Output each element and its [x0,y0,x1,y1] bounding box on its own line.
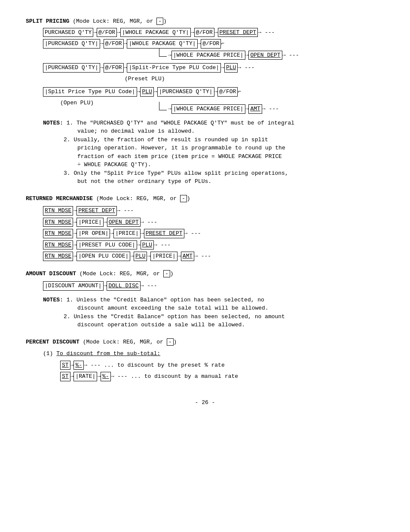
amount-discount-section: AMOUNT DISCOUNT (Mode Lock: REG, MGR, or… [26,270,384,329]
pd-title-text: PERCENT DISCOUNT [26,339,80,345]
page-number: - 26 - [26,398,384,407]
note-1-num: 1. [67,120,76,126]
arr1: → [93,28,97,37]
arr: → [73,241,76,249]
arr: → [100,40,104,48]
purchased-qty-3: |PURCHASED Q'TY| [43,63,100,73]
pr-open: |PR OPEN| [76,229,110,238]
arr: → [141,229,144,238]
arr: → [100,64,104,72]
note-3-num: 3. [64,170,73,176]
rtn-mdse-1: RTN MDSE [43,206,73,216]
arr: → --- [154,241,171,249]
pd-line-2: ST → |RATE| → %- → --- ... to discount b… [60,372,384,381]
rtn-line-5: RTN MDSE → |OPEN PLU CODE| → PLU → |PRIC… [43,252,384,261]
whole-pkg-qty-1: |WHOLE PACKAGE Q'TY| [120,28,191,37]
open-dept-2: OPEN DEPT [107,218,141,227]
rtn-mdse-2: RTN MDSE [43,218,73,227]
arr: → [73,229,76,238]
price-1: |PRICE| [76,218,104,227]
arr: → [168,51,171,60]
arr: → [137,241,141,249]
arr: → [124,64,127,72]
arr: → [130,252,134,261]
arr: → [124,40,127,48]
branch-container-2: → |WHOLE PACKAGE PRICE| → AMT → --- [159,104,384,114]
note-1-cont: value; no decimal value is allowed. [77,128,195,134]
split-line-2: |PURCHASED Q'TY| → @/FOR → |WHOLE PACKAG… [43,39,384,49]
split-line-6: → |WHOLE PACKAGE PRICE| → AMT → --- [168,104,279,114]
amt-box-2: AMT [181,252,194,261]
split-line-5: |Split Price Type PLU Code| → PLU → |PUR… [43,87,384,97]
ad-note-2-text: Unless the "Credit Balance" option has b… [73,313,285,320]
arr: → [73,252,76,261]
arr: → --- [141,218,157,227]
ad-note-2-cont: discount operation outside a sale will b… [77,322,245,328]
ad-note-1-text: Unless the "Credit Balance" option has b… [76,297,264,303]
arr: → --- [194,252,211,261]
split-plu-code-1: |Split-Price Type PLU Code| [127,63,221,73]
note-2-cont2: fraction of each item price (item price … [77,153,282,160]
rtn-mdse-3: RTN MDSE [43,229,73,238]
note-3-cont: but not the other ordinary type of PLUs. [77,178,211,185]
amt-box-1: AMT [248,104,262,114]
pd-line-1: ST → %- → --- ... to discount by the pre… [60,361,384,370]
at-for-5: @/FOR [104,63,124,73]
price-3: |PRICE| [150,252,177,261]
split-pricing-title: SPLIT PRICING (Mode Lock: REG, MGR, or -… [26,17,384,26]
ad-notes-label: NOTES: [43,297,63,303]
doll-disc: DOLL DISC [107,281,140,291]
arr3: → [191,28,194,37]
split-plu-code-2: |Split Price Type PLU Code| [43,87,137,97]
purchased-qty-2: |PURCHASED Q'TY| [43,39,100,49]
arr: → --- [141,282,157,290]
whole-pkg-price-1: |WHOLE PACKAGE PRICE| [171,51,245,60]
rtn-line-1: RTN MDSE → PRESET DEPT → --- [43,206,384,216]
discount-amount: |DISCOUNT AMOUNT| [43,281,104,291]
arr: → [214,88,218,96]
preset-plu-label: (Preset PLU) [125,75,384,83]
percent-minus-2: %- [101,372,111,381]
arr: → [245,51,249,60]
ad-note-2-num: 2. [64,313,73,320]
arr: → [168,105,171,113]
note-2-num: 2. [64,137,73,143]
note-2-text: Usually, the fraction of the result is r… [73,137,268,143]
amount-discount-notes: NOTES: 1. Unless the "Credit Balance" op… [43,296,384,329]
preset-dept-2: PRESET DEPT [76,206,117,216]
preset-plu-code: |PRESET PLU CODE| [76,240,137,250]
arr: → [97,372,101,381]
arr: → [70,372,74,381]
rtn-mdse-5: RTN MDSE [43,252,73,261]
trail: → --- [282,51,299,60]
open-dept-1: OPEN DEPT [248,51,282,60]
arr5: → --- [258,28,275,37]
at-for-1: @/FOR [97,28,117,37]
ad-note-1-num: 1. [67,297,76,303]
corner: ⌐ [221,40,224,48]
arr: → [104,218,107,227]
rtn-mdse-4: RTN MDSE [43,240,73,250]
arr: → [198,40,201,48]
arr: → [245,105,249,113]
split-line-4: |PURCHASED Q'TY| → @/FOR → |Split-Price … [43,63,384,73]
pd-sub1-text: (1) To discount from the sub-total: [43,350,160,357]
rtn-line-2: RTN MDSE → |PRICE| → OPEN DEPT → --- [43,218,384,227]
percent-discount-title: PERCENT DISCOUNT (Mode Lock: REG, MGR, o… [26,338,384,347]
minus-box: - [156,18,163,25]
note-3-text: Only the "Split Price Type" PLUs allow s… [73,170,288,176]
split-line-1: PURCHASED Q'TY → @/FOR → |WHOLE PACKAGE … [43,28,384,37]
rm-mode-text: (Mode Lock: REG, MGR, or -) [96,195,190,202]
preset-dept-3: PRESET DEPT [144,229,184,238]
purchased-qty-1: PURCHASED Q'TY [43,28,93,37]
arr: → [70,361,74,370]
st-box-1: ST [60,361,70,370]
whole-pkg-price-2: |WHOLE PACKAGE PRICE| [171,104,245,114]
minus-box-3: - [163,270,170,277]
note-2-cont3: ÷ WHOLE PACKAGE Q'TY). [77,161,151,168]
arr2: → [117,28,120,37]
arr4: → [214,28,218,37]
branch-line-1 [159,48,167,57]
arr: → --- ... to discount by the preset % ra… [84,361,225,370]
split-pricing-notes: NOTES: 1. The "PURCHASED Q'TY" and "WHOL… [43,119,384,186]
